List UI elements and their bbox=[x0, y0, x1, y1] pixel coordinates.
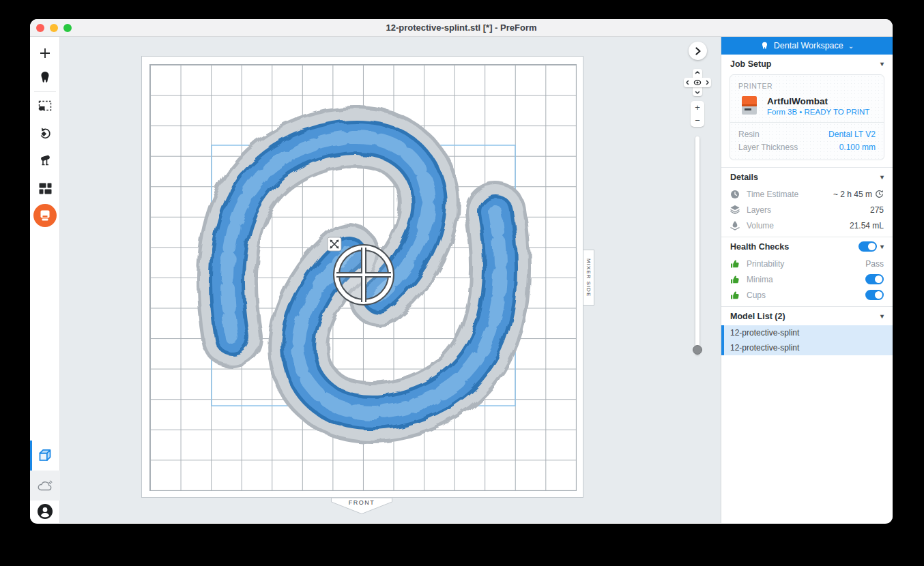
volume-row: Volume 21.54 mL bbox=[721, 218, 893, 233]
time-estimate-value: ~ 2 h 45 m bbox=[833, 190, 872, 199]
minima-row: Minima bbox=[721, 271, 893, 287]
orient-tool-button[interactable] bbox=[30, 120, 60, 147]
health-checks-section-header[interactable]: Health Checks ▾ bbox=[721, 237, 893, 256]
volume-value: 21.54 mL bbox=[850, 221, 884, 230]
add-model-button[interactable] bbox=[30, 41, 60, 65]
pan-up-icon[interactable] bbox=[696, 72, 699, 74]
layout-icon bbox=[39, 183, 52, 194]
user-avatar-icon bbox=[37, 503, 53, 520]
job-setup-section-header[interactable]: Job Setup ▾ bbox=[721, 55, 893, 73]
zoom-in-button[interactable]: + bbox=[691, 101, 704, 114]
layout-tool-button[interactable] bbox=[30, 175, 60, 202]
collapse-chevron-icon: ▾ bbox=[880, 312, 884, 320]
model-list-item[interactable]: 12-protective-splint bbox=[724, 325, 893, 340]
minima-toggle[interactable] bbox=[865, 274, 884, 284]
minima-label: Minima bbox=[747, 275, 859, 284]
clock-icon bbox=[730, 190, 740, 199]
collapse-chevron-icon: ▾ bbox=[880, 243, 884, 250]
details-section-header[interactable]: Details ▾ bbox=[721, 168, 893, 186]
supports-tool-button[interactable] bbox=[30, 147, 60, 175]
zoom-window-button[interactable] bbox=[63, 24, 72, 32]
account-button[interactable] bbox=[30, 498, 60, 524]
tooth-icon bbox=[760, 42, 769, 50]
close-window-button[interactable] bbox=[36, 24, 44, 32]
print-button[interactable] bbox=[30, 203, 60, 228]
collapse-panel-button[interactable] bbox=[689, 42, 707, 60]
resin-row[interactable]: Resin Dental LT V2 bbox=[738, 128, 876, 140]
form3b-printer-icon bbox=[738, 95, 760, 116]
window-title: 12-protective-splint.stl [*] - PreForm bbox=[386, 23, 536, 33]
details-title: Details bbox=[730, 173, 758, 182]
preform-window: 12-protective-splint.stl [*] - PreForm bbox=[30, 19, 893, 524]
layer-slider-handle[interactable] bbox=[693, 345, 702, 355]
cups-label: Cups bbox=[747, 291, 859, 300]
resin-value[interactable]: Dental LT V2 bbox=[828, 130, 876, 139]
cups-row: Cups bbox=[721, 287, 893, 303]
view-dpad-control[interactable] bbox=[684, 69, 711, 96]
workspace-label: Dental Workspace bbox=[774, 41, 843, 50]
layers-label: Layers bbox=[747, 205, 864, 215]
right-panel: Dental Workspace ⌄ Job Setup ▾ PRINTER bbox=[721, 37, 893, 523]
printer-name: ArtfulWombat bbox=[767, 96, 869, 106]
resin-label: Resin bbox=[738, 130, 760, 139]
thumbs-up-icon bbox=[730, 275, 740, 284]
layer-thickness-label: Layer Thickness bbox=[738, 143, 798, 152]
model-list: 12-protective-splint 12-protective-splin… bbox=[721, 325, 893, 355]
health-checks-title: Health Checks bbox=[730, 242, 789, 252]
time-estimate-label: Time Estimate bbox=[747, 190, 827, 199]
mixer-side-label: MIXER SIDE bbox=[583, 250, 594, 306]
layer-thickness-value[interactable]: 0.100 mm bbox=[839, 143, 876, 152]
minimize-window-button[interactable] bbox=[50, 24, 58, 32]
tooth-icon bbox=[38, 71, 52, 85]
build-canvas[interactable]: MIXER SIDE FRONT bbox=[60, 37, 721, 523]
layers-icon bbox=[730, 205, 740, 214]
volume-icon bbox=[730, 221, 740, 230]
volume-label: Volume bbox=[747, 221, 843, 230]
printer-cartridge-icon bbox=[39, 209, 51, 222]
scene-models[interactable] bbox=[141, 56, 583, 498]
move-crosshair-widget[interactable] bbox=[336, 248, 391, 302]
zoom-out-button[interactable]: − bbox=[691, 114, 704, 127]
dental-mode-button[interactable] bbox=[30, 65, 60, 90]
left-toolbar bbox=[30, 37, 60, 523]
dashboard-cloud-button[interactable] bbox=[30, 471, 60, 501]
model-list-title: Model List (2) bbox=[730, 312, 785, 321]
workspace-selector[interactable]: Dental Workspace ⌄ bbox=[721, 37, 893, 55]
thumbs-up-icon bbox=[730, 259, 740, 269]
printability-row: Printability Pass bbox=[721, 256, 893, 271]
size-tool-button[interactable] bbox=[30, 93, 60, 119]
chevron-right-icon bbox=[695, 47, 702, 55]
move-cursor-icon bbox=[328, 237, 341, 251]
zoom-control: + − bbox=[691, 101, 704, 127]
collapse-chevron-icon: ▾ bbox=[880, 60, 884, 68]
job-setup-title: Job Setup bbox=[730, 59, 771, 69]
time-estimate-row: Time Estimate ~ 2 h 45 m bbox=[721, 186, 893, 202]
model-list-item[interactable]: 12-protective-splint bbox=[724, 340, 893, 355]
supports-icon bbox=[38, 154, 52, 168]
front-label: FRONT bbox=[331, 499, 392, 506]
toolbar-divider bbox=[34, 91, 56, 92]
print-setup-view-button[interactable] bbox=[30, 441, 60, 471]
printer-section-label: PRINTER bbox=[738, 82, 876, 90]
marquee-icon bbox=[38, 100, 52, 111]
cups-toggle[interactable] bbox=[865, 290, 884, 300]
center-view-eye-icon[interactable] bbox=[694, 80, 700, 85]
pan-down-icon[interactable] bbox=[696, 92, 699, 94]
print-button-circle bbox=[33, 204, 57, 227]
pan-left-icon[interactable] bbox=[687, 81, 689, 85]
cube-3d-icon bbox=[38, 448, 53, 463]
thumbs-up-icon bbox=[730, 291, 740, 300]
layer-slider-track[interactable] bbox=[695, 136, 699, 355]
pan-right-icon[interactable] bbox=[707, 81, 709, 85]
model-list-section-header[interactable]: Model List (2) ▾ bbox=[721, 307, 893, 325]
printer-card[interactable]: PRINTER ArtfulWombat Form 3B • READY TO … bbox=[730, 74, 884, 160]
cloud-signal-icon bbox=[37, 479, 53, 492]
printability-label: Printability bbox=[747, 259, 859, 269]
title-bar: 12-protective-splint.stl [*] - PreForm bbox=[30, 19, 893, 37]
printer-status: Form 3B • READY TO PRINT bbox=[767, 108, 869, 116]
layers-row: Layers 275 bbox=[721, 202, 893, 218]
rotate-icon bbox=[38, 127, 52, 140]
refresh-estimate-icon[interactable] bbox=[875, 190, 884, 198]
layer-thickness-row[interactable]: Layer Thickness 0.100 mm bbox=[738, 140, 876, 153]
health-checks-master-toggle[interactable] bbox=[858, 241, 877, 252]
